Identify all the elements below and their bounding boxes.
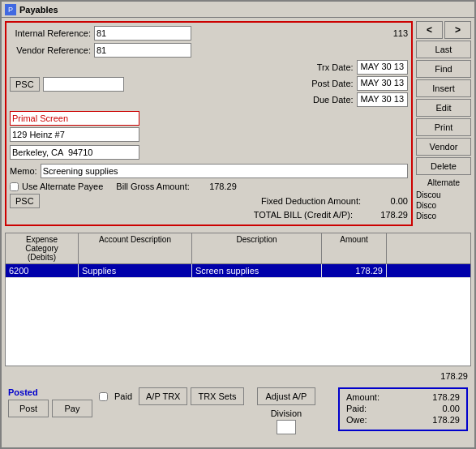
discount-label-2: Disco [416,201,471,210]
empty-row-1 [6,278,470,293]
adjust-ap-button[interactable]: Adjust A/P [257,387,316,405]
empty-row-6 [6,351,470,366]
table-row[interactable]: 6200 Supplies Screen supplies 178.29 [6,264,470,278]
psc-dates-row: PSC Trx Date: MAY 30 13 Post Date: MAY 3… [10,60,408,109]
vendor-addr2-input[interactable] [10,145,139,160]
table-total-value: 178.29 [440,371,468,381]
cell-scroll [387,264,400,277]
discount-labels: Discou Disco Disco [416,190,471,222]
vendor-name-input[interactable] [10,111,139,126]
post-pay-row: Post Pay [8,400,92,417]
next-button[interactable]: > [444,21,471,39]
cell-category: 6200 [6,264,79,277]
psc-button-2[interactable]: PSC [10,194,40,208]
bottom-section: Posted Post Pay Paid A/P TRX TRX Sets Ad… [2,384,474,438]
due-date-row: Due Date: MAY 30 13 [301,92,408,107]
main-content: Internal Reference: 113 Vendor Reference… [2,18,474,229]
paid-checkbox[interactable] [99,392,108,401]
dates-section: Trx Date: MAY 30 13 Post Date: MAY 30 13… [301,60,408,109]
alternate-label: Alternate [416,178,471,187]
summary-owe-label: Owe: [346,415,387,425]
due-date-label: Due Date: [301,95,354,105]
summary-total-line: 178.29 [2,370,474,383]
last-button[interactable]: Last [416,41,471,58]
fixed-ded-value: 0.00 [367,196,408,206]
print-button[interactable]: Print [416,118,471,136]
edit-button[interactable]: Edit [416,99,471,117]
use-alt-checkbox[interactable] [10,182,19,191]
pay-button[interactable]: Pay [52,400,92,417]
post-date-value: MAY 30 13 [357,76,408,91]
bill-gross-label: Bill Gross Amount: [116,182,189,191]
division-section: Division [271,408,302,434]
total-bill-value: 178.29 [359,210,408,220]
psc-fixed-ded-row: PSC Fixed Deduction Amount: 0.00 [10,194,408,208]
summary-paid-row: Paid: 0.00 [346,404,460,413]
bottom-left: Posted Post Pay [8,387,92,417]
find-button[interactable]: Find [416,60,471,78]
paid-label: Paid [114,391,132,401]
memo-label: Memo: [10,166,37,176]
memo-input[interactable] [41,164,408,178]
post-date-label: Post Date: [301,79,354,88]
internal-ref-row: Internal Reference: 113 [10,26,408,41]
summary-amount-value: 178.29 [411,392,460,402]
internal-ref-label: Internal Reference: [10,28,91,38]
use-alt-row: Use Alternate Payee Bill Gross Amount: 1… [10,182,408,191]
vendor-block [10,111,139,161]
trx-date-row: Trx Date: MAY 30 13 [301,60,408,75]
summary-owe-row: Owe: 178.29 [346,415,460,425]
payables-window: P Payables Internal Reference: 113 Vendo… [0,0,476,449]
window-icon: P [5,4,16,15]
cell-amount: 178.29 [322,264,387,277]
col-header-scroll [387,233,400,263]
discount-label-1: Discou [416,190,471,199]
division-input[interactable] [277,420,296,434]
trx-date-value: MAY 30 13 [357,60,408,75]
ap-trx-row: A/P TRX TRX Sets [139,387,243,405]
post-button[interactable]: Post [8,400,49,417]
form-area: Internal Reference: 113 Vendor Reference… [5,21,413,226]
trx-sets-button[interactable]: TRX Sets [191,387,243,405]
summary-paid-value: 0.00 [411,404,460,413]
posted-label: Posted [8,387,92,397]
expense-table: Expense Category(Debits) Account Descrip… [5,233,471,366]
discount-label-3: Disco [416,212,471,220]
use-alt-label: Use Alternate Payee [22,182,103,191]
window-title: Payables [19,5,58,15]
empty-row-2 [6,293,470,307]
vendor-name-row [10,111,408,161]
cell-account: Supplies [79,264,192,277]
empty-row-3 [6,307,470,322]
nav-row: < > [416,21,471,39]
vendor-ref-label: Vendor Reference: [10,45,91,55]
psc-button-1[interactable]: PSC [10,77,40,92]
bill-gross-value: 178.29 [196,182,237,191]
ap-trx-button[interactable]: A/P TRX [139,387,187,405]
prev-button[interactable]: < [416,21,443,39]
summary-amount-label: Amount: [346,392,387,402]
delete-button[interactable]: Delete [416,157,471,175]
internal-ref-input[interactable] [94,26,191,41]
col-header-amount: Amount [322,233,387,263]
due-date-value: MAY 30 13 [357,92,408,107]
empty-row-5 [6,336,470,351]
col-header-category: Expense Category(Debits) [6,233,79,263]
summary-amount-row: Amount: 178.29 [346,392,460,402]
vendor-addr1-input[interactable] [10,127,139,142]
title-bar: P Payables [2,2,474,18]
vendor-button[interactable]: Vendor [416,138,471,156]
insert-button[interactable]: Insert [416,79,471,97]
action-buttons: Last Find Insert Edit Print Vendor Delet… [416,41,471,175]
paid-row: Paid A/P TRX TRX Sets [99,387,244,405]
total-bill-label: TOTAL BILL (Credit A/P): [207,210,353,220]
vendor-ref-input[interactable] [94,43,191,58]
fixed-ded-label: Fixed Deduction Amount: [261,196,361,206]
psc-extra-input[interactable] [43,77,124,92]
right-panel: < > Last Find Insert Edit Print Vendor D… [416,21,471,226]
summary-paid-label: Paid: [346,404,387,413]
col-header-account: Account Description [79,233,192,263]
table-header: Expense Category(Debits) Account Descrip… [6,233,470,264]
empty-row-4 [6,322,470,336]
adjust-section: Adjust A/P Division [257,387,316,434]
